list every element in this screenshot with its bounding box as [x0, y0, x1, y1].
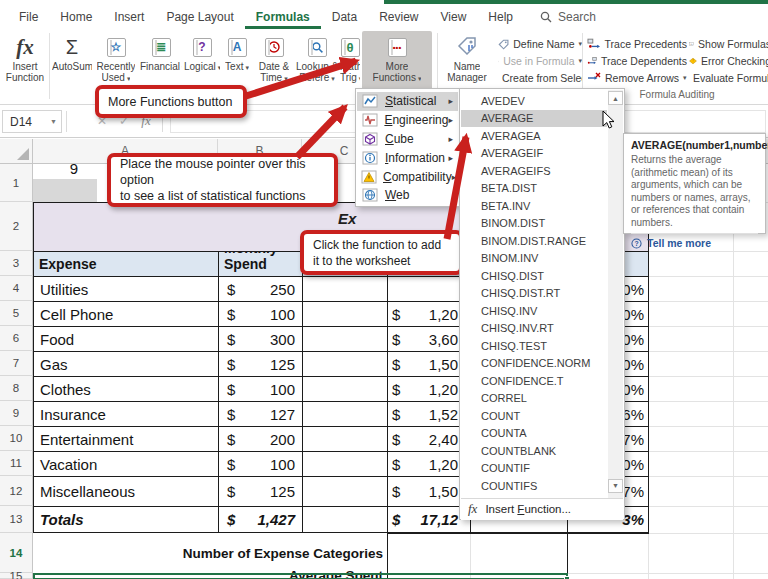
chevron-down-icon[interactable]: ▼	[50, 118, 57, 125]
cell-monthly-spend[interactable]: $100	[218, 376, 303, 402]
tab-page-layout[interactable]: Page Layout	[155, 6, 244, 29]
scroll-up-button[interactable]: ▲	[608, 91, 623, 105]
tab-home[interactable]: Home	[49, 6, 103, 29]
tab-file[interactable]: File	[8, 6, 49, 29]
scrollbar-track[interactable]	[608, 90, 623, 498]
function-item-chisq.inv[interactable]: CHISQ.INV	[461, 302, 607, 320]
function-item-average[interactable]: AVERAGE	[461, 110, 607, 128]
cell-percent-of-total[interactable]	[302, 376, 388, 402]
cell-summary-label-13[interactable]: Number of Expense Categories	[33, 533, 388, 573]
menu-item-web[interactable]: Web	[357, 186, 458, 205]
search-input[interactable]: Search	[540, 10, 596, 29]
function-item-averagea[interactable]: AVERAGEA	[461, 127, 607, 145]
cell-monthly-spend[interactable]: $200	[218, 426, 303, 452]
cell-percent-of-total[interactable]	[302, 476, 388, 507]
row-header-4[interactable]: 4	[0, 276, 33, 301]
function-item-chisq.dist.rt[interactable]: CHISQ.DIST.RT	[461, 285, 607, 303]
cell-monthly-spend[interactable]: $100	[218, 301, 303, 327]
function-item-counta[interactable]: COUNTA	[461, 425, 607, 443]
function-item-binom.dist.range[interactable]: BINOM.DIST.RANGE	[461, 232, 607, 250]
row-header-6[interactable]: 6	[0, 326, 33, 351]
row-header-9[interactable]: 9	[0, 401, 33, 426]
ribbon-item-show-formulas[interactable]: fxShow Formulas	[689, 36, 768, 52]
row-header-5[interactable]: 5	[0, 301, 33, 326]
row-header-11[interactable]: 11	[0, 451, 33, 476]
cell-totals-monthly[interactable]: $1,427	[218, 506, 303, 534]
sheet-corner[interactable]	[0, 139, 33, 164]
cell-expense-name[interactable]: Insurance	[33, 401, 219, 427]
ribbon-button-lookup-&-refere[interactable]: Lookup &Refere ▾	[296, 31, 338, 99]
function-item-avedev[interactable]: AVEDEV	[461, 92, 607, 110]
cell-hidden[interactable]	[302, 506, 388, 534]
ribbon-item-remove-arrows[interactable]: Remove Arrows▾	[587, 70, 687, 86]
cell-expense-name[interactable]: Cell Phone	[33, 301, 219, 327]
cell-percent-of-total[interactable]	[302, 326, 388, 352]
ribbon-button-date-&-time[interactable]: Date &Time ▾	[254, 31, 294, 99]
tab-data[interactable]: Data	[321, 6, 368, 29]
function-item-averageif[interactable]: AVERAGEIF	[461, 145, 607, 163]
function-item-countifs[interactable]: COUNTIFS	[461, 477, 607, 495]
cell-monthly-spend[interactable]: $125	[218, 351, 303, 377]
menu-item-insert-function[interactable]: fxInsert Function...	[461, 498, 623, 520]
ribbon-item-evaluate-formula[interactable]: fxEvaluate Formula	[689, 70, 768, 86]
row-header-3[interactable]: 3	[0, 251, 33, 276]
header-cell-expense[interactable]: Expense	[33, 251, 219, 277]
menu-item-information[interactable]: Information▸	[357, 148, 458, 167]
tab-insert[interactable]: Insert	[103, 6, 155, 29]
row-header-13[interactable]: 13	[0, 506, 33, 533]
name-box[interactable]: D14 ▼	[2, 110, 62, 133]
cell-percent-of-total[interactable]	[302, 351, 388, 377]
cell-expense-name[interactable]: Vacation	[33, 451, 219, 477]
row-header-15[interactable]: 15	[0, 573, 33, 579]
ribbon-item-create-from-selection[interactable]: Create from Selection	[498, 70, 582, 86]
cell-expense-name[interactable]: Clothes	[33, 376, 219, 402]
cell-percent-of-total[interactable]	[302, 276, 388, 302]
header-cell-monthly-spend[interactable]: MonthlySpend	[218, 251, 303, 277]
tab-help[interactable]: Help	[477, 6, 524, 29]
ribbon-item-define-name[interactable]: Define Name▾	[498, 36, 582, 52]
ribbon-item-use-in-formula[interactable]: Use in Formula▾	[498, 53, 582, 69]
function-item-confidence.norm[interactable]: CONFIDENCE.NORM	[461, 355, 607, 373]
function-item-chisq.dist[interactable]: CHISQ.DIST	[461, 267, 607, 285]
row-header-1[interactable]: 1	[0, 164, 33, 202]
tab-review[interactable]: Review	[368, 6, 429, 29]
cell-expense-name[interactable]: Entertainment	[33, 426, 219, 452]
menu-item-statistical[interactable]: Statistical▸	[357, 92, 458, 111]
function-item-binom.dist[interactable]: BINOM.DIST	[461, 215, 607, 233]
cell-expense-name[interactable]: Gas	[33, 351, 219, 377]
ribbon-button-autosum[interactable]: ΣAutoSum ▾	[52, 31, 92, 99]
cell-percent-of-total[interactable]	[302, 426, 388, 452]
ribbon-item-error-checking[interactable]: !Error Checking	[689, 53, 768, 69]
tell-me-more-link[interactable]: ? Tell me more	[631, 237, 758, 249]
cell-expense-name[interactable]: Miscellaneous	[33, 476, 219, 507]
row-header-8[interactable]: 8	[0, 376, 33, 401]
menu-item-cube[interactable]: Cube▸	[357, 130, 458, 149]
row-header-2[interactable]: 2	[0, 202, 33, 251]
cell-percent-of-total[interactable]	[302, 301, 388, 327]
function-item-chisq.test[interactable]: CHISQ.TEST	[461, 337, 607, 355]
tab-formulas[interactable]: Formulas	[245, 6, 321, 29]
cell-monthly-spend[interactable]: $300	[218, 326, 303, 352]
scroll-down-button[interactable]: ▼	[608, 479, 623, 493]
cell-totals-label[interactable]: Totals	[33, 506, 219, 534]
cell-expense-name[interactable]: Food	[33, 326, 219, 352]
cell-monthly-spend[interactable]: $250	[218, 276, 303, 302]
row-header-10[interactable]: 10	[0, 426, 33, 451]
cell-monthly-spend[interactable]: $125	[218, 476, 303, 507]
function-item-beta.dist[interactable]: BETA.DIST	[461, 180, 607, 198]
function-item-correl[interactable]: CORREL	[461, 390, 607, 408]
cell-percent-of-total[interactable]	[302, 401, 388, 427]
cell-monthly-spend[interactable]: $100	[218, 451, 303, 477]
tab-view[interactable]: View	[430, 6, 478, 29]
function-item-confidence.t[interactable]: CONFIDENCE.T	[461, 372, 607, 390]
function-item-countblank[interactable]: COUNTBLANK	[461, 442, 607, 460]
function-item-chisq.inv.rt[interactable]: CHISQ.INV.RT	[461, 320, 607, 338]
menu-item-compatibility[interactable]: Compatibility▸	[357, 167, 458, 186]
function-item-binom.inv[interactable]: BINOM.INV	[461, 250, 607, 268]
function-item-averageifs[interactable]: AVERAGEIFS	[461, 162, 607, 180]
function-item-beta.inv[interactable]: BETA.INV	[461, 197, 607, 215]
ribbon-button-insert-function[interactable]: fxInsertFunction	[3, 31, 47, 99]
menu-item-engineering[interactable]: Engineering▸	[357, 111, 458, 130]
cell-percent-of-total[interactable]	[302, 451, 388, 477]
function-item-count[interactable]: COUNT	[461, 407, 607, 425]
